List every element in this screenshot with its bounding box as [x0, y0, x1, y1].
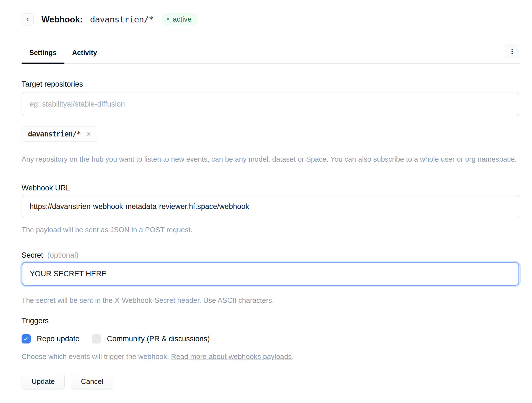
status-badge-label: active — [173, 15, 192, 24]
page-header: ‹ Webhook: davanstrien/* • active — [22, 13, 519, 25]
secret-label: Secret (optional) — [22, 250, 519, 260]
triggers-help: Choose which events will trigger the web… — [22, 352, 519, 361]
tab-settings-label: Settings — [29, 49, 57, 56]
community-checkbox-label[interactable]: Community (PR & discussions) — [107, 335, 210, 343]
back-button[interactable]: ‹ — [22, 13, 34, 25]
page-title: Webhook: davanstrien/* — [41, 14, 153, 25]
triggers-options-row: ✓ Repo update ✓ Community (PR & discussi… — [22, 334, 519, 343]
webhooks-payloads-link[interactable]: Read more about webhooks payloads — [171, 352, 292, 361]
repo-update-checkbox[interactable]: ✓ — [22, 334, 31, 343]
webhook-url-help: The payload will be sent as JSON in a PO… — [22, 225, 519, 234]
secret-section: Secret (optional) The secret will be sen… — [22, 250, 519, 305]
page-title-label: Webhook: — [41, 15, 83, 24]
webhook-url-input[interactable] — [22, 195, 519, 218]
tab-activity-label: Activity — [72, 49, 97, 56]
back-chevron-icon: ‹ — [26, 15, 29, 23]
checkmark-icon: ✓ — [23, 335, 29, 342]
secret-input[interactable] — [22, 262, 519, 286]
webhook-url-label: Webhook URL — [22, 183, 519, 193]
target-repositories-help: Any repository on the hub you want to li… — [22, 154, 519, 164]
tab-settings[interactable]: Settings — [22, 49, 64, 63]
form-actions: Update Cancel — [22, 374, 519, 389]
tab-bar: Settings Activity ⋮ — [22, 49, 519, 64]
secret-optional-label: (optional) — [45, 251, 79, 259]
webhook-url-section: Webhook URL The payload will be sent as … — [22, 183, 519, 234]
repo-tag-label: davanstrien/* — [28, 130, 81, 138]
repo-tag-chip: davanstrien/* × — [22, 126, 97, 142]
triggers-label: Triggers — [22, 316, 519, 326]
update-button[interactable]: Update — [22, 374, 65, 389]
target-repositories-label: Target repositories — [22, 79, 519, 89]
webhook-settings-page: ‹ Webhook: davanstrien/* • active Settin… — [0, 0, 532, 403]
community-checkbox[interactable]: ✓ — [92, 334, 101, 343]
triggers-section: Triggers ✓ Repo update ✓ Community (PR &… — [22, 316, 519, 361]
remove-tag-icon[interactable]: × — [86, 130, 91, 138]
secret-help: The secret will be sent in the X-Webhook… — [22, 296, 519, 305]
status-dot-icon: • — [166, 15, 169, 23]
trigger-option-repo-update[interactable]: ✓ Repo update — [22, 334, 80, 343]
target-repositories-section: Target repositories davanstrien/* × Any … — [22, 79, 519, 164]
trigger-option-community[interactable]: ✓ Community (PR & discussions) — [92, 334, 210, 343]
target-repositories-input[interactable] — [22, 92, 519, 116]
tab-activity[interactable]: Activity — [64, 49, 105, 63]
cancel-button[interactable]: Cancel — [71, 374, 113, 389]
triggers-help-suffix: . — [292, 352, 294, 361]
page-title-repo: davanstrien/* — [85, 14, 153, 24]
overflow-menu-button[interactable]: ⋮ — [505, 45, 519, 58]
repo-update-checkbox-label[interactable]: Repo update — [37, 335, 80, 343]
status-badge: • active — [162, 14, 197, 25]
triggers-help-text: Choose which events will trigger the web… — [22, 352, 171, 361]
kebab-icon: ⋮ — [508, 47, 516, 56]
